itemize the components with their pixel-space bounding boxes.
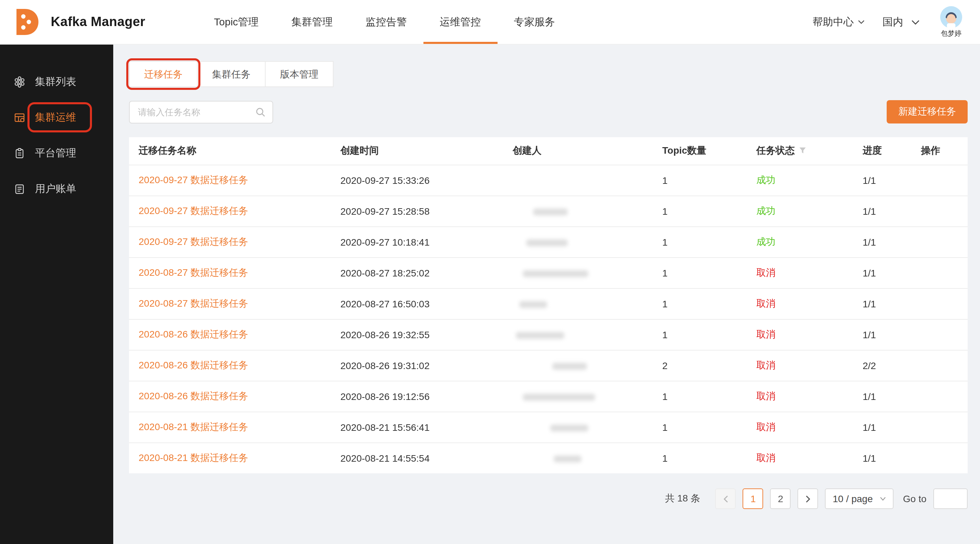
goto-label: Go to (903, 493, 927, 504)
status-cell: 取消 (747, 319, 853, 350)
sidebar-item-user-billing[interactable]: 用户账单 (0, 173, 113, 205)
tab-version-manage[interactable]: 版本管理 (265, 61, 334, 87)
sidebar-item-cluster-ops[interactable]: 集群运维 (0, 102, 113, 133)
progress-cell: 1/1 (853, 226, 912, 257)
prev-page-button[interactable] (716, 488, 736, 509)
redacted-creator (516, 332, 564, 339)
page-button-1[interactable]: 1 (743, 488, 764, 509)
migration-task-table: 迁移任务名称 创建时间 创建人 Topic数量 任务状态 (129, 137, 968, 473)
filter-icon[interactable] (799, 147, 807, 155)
nav-ops-control[interactable]: 运维管控 (423, 0, 498, 44)
chevron-down-icon (858, 20, 865, 24)
created-cell: 2020-08-26 19:32:55 (331, 319, 503, 350)
nav-cluster-manage[interactable]: 集群管理 (275, 0, 349, 44)
top-nav: Topic管理 集群管理 监控告警 运维管控 专家服务 (198, 0, 572, 44)
nav-topic-manage[interactable]: Topic管理 (198, 0, 275, 44)
nav-expert-service[interactable]: 专家服务 (498, 0, 572, 44)
ops-icon (14, 111, 25, 123)
task-link[interactable]: 2020-08-26 数据迁移任务 (138, 359, 248, 370)
progress-cell: 1/1 (853, 288, 912, 319)
create-migration-task-button[interactable]: 新建迁移任务 (887, 100, 968, 124)
task-link[interactable]: 2020-09-27 数据迁移任务 (138, 205, 248, 216)
actions-cell (912, 257, 968, 288)
sidebar-item-cluster-list[interactable]: 集群列表 (0, 66, 113, 97)
task-link[interactable]: 2020-08-26 数据迁移任务 (138, 328, 248, 339)
page-size-label: 10 / page (833, 493, 873, 504)
redacted-creator (523, 394, 595, 401)
app-logo-icon (14, 8, 41, 36)
creator-cell (503, 195, 653, 226)
redacted-creator (552, 363, 587, 370)
actions-cell (912, 226, 968, 257)
user-profile[interactable]: 包梦婷 (940, 6, 962, 38)
status-cell: 成功 (747, 165, 853, 195)
status-cell: 取消 (747, 412, 853, 442)
topic-count-cell: 1 (653, 195, 747, 226)
tab-cluster-tasks[interactable]: 集群任务 (197, 61, 266, 87)
status-cell: 取消 (747, 381, 853, 412)
topic-count-cell: 1 (653, 381, 747, 412)
help-center-menu[interactable]: 帮助中心 (813, 16, 865, 29)
top-header: Kafka Manager Topic管理 集群管理 监控告警 运维管控 专家服… (0, 0, 980, 44)
task-link[interactable]: 2020-08-27 数据迁移任务 (138, 297, 248, 308)
task-name-cell: 2020-09-27 数据迁移任务 (129, 226, 331, 257)
sidebar-item-label: 集群列表 (35, 75, 76, 88)
billing-icon (14, 183, 25, 195)
header-right: 帮助中心 国内 (813, 6, 962, 38)
total-count: 共 18 条 (665, 493, 700, 505)
sidebar: 集群列表 集群运维 (0, 44, 113, 544)
col-actions: 操作 (912, 137, 968, 165)
nav-monitor-alert[interactable]: 监控告警 (349, 0, 423, 44)
creator-cell (503, 350, 653, 381)
creator-cell (503, 257, 653, 288)
search-icon[interactable] (255, 107, 266, 117)
task-link[interactable]: 2020-08-27 数据迁移任务 (138, 266, 248, 278)
search-box (129, 100, 273, 123)
progress-cell: 1/1 (853, 257, 912, 288)
task-link[interactable]: 2020-09-27 数据迁移任务 (138, 174, 248, 185)
progress-cell: 2/2 (853, 350, 912, 381)
topic-count-cell: 2 (653, 350, 747, 381)
table-row: 2020-09-27 数据迁移任务 2020-09-27 10:18:41 1 … (129, 226, 968, 257)
table-row: 2020-08-21 数据迁移任务 2020-08-21 14:55:54 1 … (129, 442, 968, 473)
chevron-down-icon (880, 496, 886, 501)
task-name-cell: 2020-08-21 数据迁移任务 (129, 442, 331, 473)
creator-cell (503, 165, 653, 195)
task-name-cell: 2020-08-21 数据迁移任务 (129, 412, 331, 442)
tab-label: 迁移任务 (144, 68, 183, 79)
progress-cell: 1/1 (853, 442, 912, 473)
sidebar-item-platform-manage[interactable]: 平台管理 (0, 137, 113, 169)
goto-page-input[interactable] (933, 488, 968, 509)
task-link[interactable]: 2020-08-26 数据迁移任务 (138, 390, 248, 401)
region-selector[interactable]: 国内 (883, 16, 920, 29)
actions-cell (912, 350, 968, 381)
creator-cell (503, 442, 653, 473)
table-row: 2020-08-26 数据迁移任务 2020-08-26 19:12:56 1 … (129, 381, 968, 412)
task-name-cell: 2020-08-27 数据迁移任务 (129, 257, 331, 288)
tab-label: 集群任务 (212, 68, 250, 79)
creator-cell (503, 319, 653, 350)
task-link[interactable]: 2020-08-21 数据迁移任务 (138, 421, 248, 432)
status-cell: 成功 (747, 195, 853, 226)
topic-count-cell: 1 (653, 442, 747, 473)
redacted-creator (554, 455, 581, 462)
status-cell: 取消 (747, 350, 853, 381)
main-content: 迁移任务 集群任务 版本管理 (113, 44, 980, 544)
task-link[interactable]: 2020-08-21 数据迁移任务 (138, 452, 248, 463)
pagination: 共 18 条 1 2 10 / page Go to (129, 488, 968, 523)
progress-cell: 1/1 (853, 165, 912, 195)
table-row: 2020-08-21 数据迁移任务 2020-08-21 15:56:41 1 … (129, 412, 968, 442)
task-link[interactable]: 2020-09-27 数据迁移任务 (138, 236, 248, 247)
table-row: 2020-08-26 数据迁移任务 2020-08-26 19:31:02 2 … (129, 350, 968, 381)
col-created-time: 创建时间 (331, 137, 503, 165)
table-row: 2020-09-27 数据迁移任务 2020-09-27 15:33:26 1 … (129, 165, 968, 195)
task-name-cell: 2020-09-27 数据迁移任务 (129, 165, 331, 195)
tab-migration-tasks[interactable]: 迁移任务 (129, 61, 198, 87)
created-cell: 2020-09-27 15:28:58 (331, 195, 503, 226)
progress-cell: 1/1 (853, 195, 912, 226)
page-button-2[interactable]: 2 (770, 488, 791, 509)
page-body: 集群列表 集群运维 (0, 44, 980, 544)
next-page-button[interactable] (798, 488, 818, 509)
search-input[interactable] (137, 106, 255, 117)
page-size-select[interactable]: 10 / page (825, 488, 894, 509)
